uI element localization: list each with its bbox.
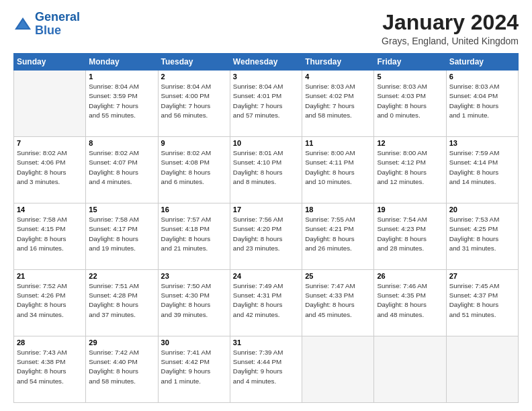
calendar-day: 6Sunrise: 8:03 AMSunset: 4:04 PMDaylight… <box>446 71 518 137</box>
logo: General Blue <box>13 11 80 38</box>
day-info: Sunrise: 7:53 AMSunset: 4:25 PMDaylight:… <box>449 215 515 253</box>
day-number: 14 <box>17 205 83 214</box>
day-number: 2 <box>161 73 227 81</box>
calendar-table: Sunday Monday Tuesday Wednesday Thursday… <box>13 53 519 403</box>
day-info: Sunrise: 7:55 AMSunset: 4:21 PMDaylight:… <box>305 215 371 253</box>
calendar-week-3: 21Sunrise: 7:52 AMSunset: 4:26 PMDayligh… <box>14 270 519 336</box>
logo-line1: General <box>35 10 80 24</box>
calendar-day: 27Sunrise: 7:45 AMSunset: 4:37 PMDayligh… <box>446 270 518 336</box>
day-number: 4 <box>305 73 371 81</box>
calendar-header-row: Sunday Monday Tuesday Wednesday Thursday… <box>14 54 519 71</box>
day-info: Sunrise: 7:56 AMSunset: 4:20 PMDaylight:… <box>233 215 299 253</box>
day-number: 23 <box>161 272 227 280</box>
day-number: 16 <box>161 205 227 214</box>
day-info: Sunrise: 7:46 AMSunset: 4:35 PMDaylight:… <box>377 281 443 320</box>
day-number: 25 <box>305 272 371 280</box>
logo-text: General Blue <box>35 11 80 38</box>
day-info: Sunrise: 7:45 AMSunset: 4:37 PMDaylight:… <box>449 281 515 320</box>
day-number: 29 <box>89 338 154 347</box>
calendar-day: 26Sunrise: 7:46 AMSunset: 4:35 PMDayligh… <box>374 270 446 336</box>
calendar-day: 14Sunrise: 7:58 AMSunset: 4:15 PMDayligh… <box>14 203 86 270</box>
day-info: Sunrise: 8:04 AMSunset: 3:59 PMDaylight:… <box>89 82 154 120</box>
calendar-day: 29Sunrise: 7:42 AMSunset: 4:40 PMDayligh… <box>86 336 158 403</box>
day-number: 21 <box>17 272 83 280</box>
calendar-day: 16Sunrise: 7:57 AMSunset: 4:18 PMDayligh… <box>158 203 230 270</box>
day-info: Sunrise: 8:04 AMSunset: 4:01 PMDaylight:… <box>233 82 299 120</box>
day-number: 19 <box>377 205 443 214</box>
calendar-week-0: 1Sunrise: 8:04 AMSunset: 3:59 PMDaylight… <box>14 71 519 137</box>
header-monday: Monday <box>86 54 158 71</box>
day-number: 24 <box>233 272 299 280</box>
calendar-day: 13Sunrise: 7:59 AMSunset: 4:14 PMDayligh… <box>446 137 518 203</box>
day-number: 8 <box>89 139 154 147</box>
calendar-day: 10Sunrise: 8:01 AMSunset: 4:10 PMDayligh… <box>230 137 302 203</box>
day-info: Sunrise: 7:51 AMSunset: 4:28 PMDaylight:… <box>89 281 154 320</box>
title-block: January 2024 Grays, England, United King… <box>382 11 519 46</box>
calendar-day: 18Sunrise: 7:55 AMSunset: 4:21 PMDayligh… <box>302 203 374 270</box>
header-friday: Friday <box>374 54 446 71</box>
day-number: 27 <box>449 272 515 280</box>
calendar-day: 31Sunrise: 7:39 AMSunset: 4:44 PMDayligh… <box>230 336 302 403</box>
calendar-day: 9Sunrise: 8:02 AMSunset: 4:08 PMDaylight… <box>158 137 230 203</box>
day-info: Sunrise: 8:02 AMSunset: 4:06 PMDaylight:… <box>17 148 83 187</box>
day-number: 20 <box>449 205 515 214</box>
day-info: Sunrise: 7:41 AMSunset: 4:42 PMDaylight:… <box>161 348 227 386</box>
day-info: Sunrise: 8:03 AMSunset: 4:02 PMDaylight:… <box>305 82 371 120</box>
calendar-day <box>374 336 446 403</box>
day-info: Sunrise: 7:43 AMSunset: 4:38 PMDaylight:… <box>17 348 83 386</box>
calendar-day <box>302 336 374 403</box>
day-info: Sunrise: 8:03 AMSunset: 4:03 PMDaylight:… <box>377 82 443 120</box>
day-info: Sunrise: 8:02 AMSunset: 4:07 PMDaylight:… <box>89 148 154 187</box>
day-info: Sunrise: 7:42 AMSunset: 4:40 PMDaylight:… <box>89 348 154 386</box>
calendar-day: 21Sunrise: 7:52 AMSunset: 4:26 PMDayligh… <box>14 270 86 336</box>
subtitle: Grays, England, United Kingdom <box>382 36 519 46</box>
day-number: 3 <box>233 73 299 81</box>
calendar-day: 28Sunrise: 7:43 AMSunset: 4:38 PMDayligh… <box>14 336 86 403</box>
calendar-day <box>446 336 518 403</box>
day-number: 30 <box>161 338 227 347</box>
day-number: 28 <box>17 338 83 347</box>
day-info: Sunrise: 7:57 AMSunset: 4:18 PMDaylight:… <box>161 215 227 253</box>
calendar-day: 4Sunrise: 8:03 AMSunset: 4:02 PMDaylight… <box>302 71 374 137</box>
day-info: Sunrise: 8:00 AMSunset: 4:11 PMDaylight:… <box>305 148 371 187</box>
day-info: Sunrise: 8:04 AMSunset: 4:00 PMDaylight:… <box>161 82 227 120</box>
day-info: Sunrise: 7:52 AMSunset: 4:26 PMDaylight:… <box>17 281 83 320</box>
calendar-day: 1Sunrise: 8:04 AMSunset: 3:59 PMDaylight… <box>86 71 158 137</box>
calendar-day: 3Sunrise: 8:04 AMSunset: 4:01 PMDaylight… <box>230 71 302 137</box>
day-number: 9 <box>161 139 227 147</box>
header: General Blue January 2024 Grays, England… <box>13 11 519 46</box>
day-info: Sunrise: 8:03 AMSunset: 4:04 PMDaylight:… <box>449 82 515 120</box>
calendar-day: 17Sunrise: 7:56 AMSunset: 4:20 PMDayligh… <box>230 203 302 270</box>
day-number: 31 <box>233 338 299 347</box>
calendar-day <box>14 71 86 137</box>
calendar-day: 19Sunrise: 7:54 AMSunset: 4:23 PMDayligh… <box>374 203 446 270</box>
calendar-day: 5Sunrise: 8:03 AMSunset: 4:03 PMDaylight… <box>374 71 446 137</box>
calendar-day: 7Sunrise: 8:02 AMSunset: 4:06 PMDaylight… <box>14 137 86 203</box>
header-sunday: Sunday <box>14 54 86 71</box>
logo-icon <box>13 15 32 34</box>
logo-line2: Blue <box>35 24 61 37</box>
day-info: Sunrise: 7:54 AMSunset: 4:23 PMDaylight:… <box>377 215 443 253</box>
day-info: Sunrise: 8:01 AMSunset: 4:10 PMDaylight:… <box>233 148 299 187</box>
day-number: 7 <box>17 139 83 147</box>
day-number: 10 <box>233 139 299 147</box>
calendar-day: 11Sunrise: 8:00 AMSunset: 4:11 PMDayligh… <box>302 137 374 203</box>
header-thursday: Thursday <box>302 54 374 71</box>
day-number: 1 <box>89 73 154 81</box>
calendar-day: 25Sunrise: 7:47 AMSunset: 4:33 PMDayligh… <box>302 270 374 336</box>
day-number: 22 <box>89 272 154 280</box>
day-number: 15 <box>89 205 154 214</box>
header-tuesday: Tuesday <box>158 54 230 71</box>
day-number: 13 <box>449 139 515 147</box>
day-info: Sunrise: 7:49 AMSunset: 4:31 PMDaylight:… <box>233 281 299 320</box>
header-wednesday: Wednesday <box>230 54 302 71</box>
day-number: 26 <box>377 272 443 280</box>
page: General Blue January 2024 Grays, England… <box>0 0 532 411</box>
day-info: Sunrise: 7:58 AMSunset: 4:15 PMDaylight:… <box>17 215 83 253</box>
header-saturday: Saturday <box>446 54 518 71</box>
day-info: Sunrise: 7:58 AMSunset: 4:17 PMDaylight:… <box>89 215 154 253</box>
day-info: Sunrise: 8:02 AMSunset: 4:08 PMDaylight:… <box>161 148 227 187</box>
calendar-week-4: 28Sunrise: 7:43 AMSunset: 4:38 PMDayligh… <box>14 336 519 403</box>
day-info: Sunrise: 7:47 AMSunset: 4:33 PMDaylight:… <box>305 281 371 320</box>
calendar-day: 15Sunrise: 7:58 AMSunset: 4:17 PMDayligh… <box>86 203 158 270</box>
